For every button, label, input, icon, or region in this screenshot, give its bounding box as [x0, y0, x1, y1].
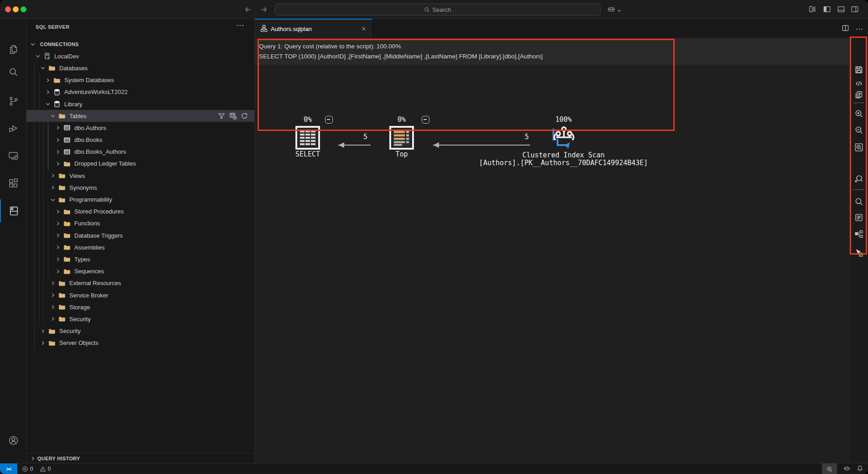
tree-item-label: Synonyms	[69, 184, 97, 191]
toolbar-divider	[853, 189, 864, 190]
close-window-button[interactable]	[5, 6, 11, 12]
sidebar-item-extensions[interactable]	[0, 172, 26, 194]
tree-item-connections[interactable]: CONNECTIONS	[26, 38, 254, 50]
sidebar-item-remote-explorer[interactable]	[0, 144, 26, 167]
tree-item-databases[interactable]: Databases	[26, 62, 254, 74]
tree-item-external-resources[interactable]: External Resources	[26, 277, 254, 289]
tree-item-security[interactable]: Security	[26, 313, 254, 325]
tree-item-programmability[interactable]: Programmability	[26, 193, 254, 205]
folder-icon	[58, 280, 66, 287]
collapse-node-button[interactable]	[422, 116, 429, 124]
customize-layout-icon[interactable]	[808, 5, 816, 13]
plan-toolbar	[849, 38, 868, 463]
accounts-button[interactable]	[0, 429, 26, 452]
tree-item-label: External Resources	[69, 280, 121, 286]
tree-item-stored-procedures[interactable]: Stored Procedures	[26, 206, 254, 218]
table-icon	[63, 148, 71, 156]
toggle-tooltip-icon[interactable]	[854, 248, 863, 257]
tab-bar: Authors.sqlplan ⋯	[255, 19, 868, 38]
plan-edge[interactable]	[338, 145, 371, 146]
tree-item-storage[interactable]: Storage	[26, 301, 254, 313]
notifications-bell-icon[interactable]	[857, 465, 863, 473]
tree-item-views[interactable]: Views	[26, 170, 254, 182]
tree-item-tables[interactable]: Tables	[26, 110, 254, 122]
highlight-expensive-operation-icon[interactable]	[854, 229, 863, 239]
tree-item-dbo-books[interactable]: dbo.Books	[26, 134, 254, 146]
copilot-icon[interactable]	[607, 5, 615, 13]
tree-item-synonyms[interactable]: Synonyms	[26, 182, 254, 193]
tree-item-security[interactable]: Security	[26, 325, 254, 337]
query-history-section[interactable]: QUERY HISTORY	[26, 453, 254, 463]
titlebar: Search	[0, 0, 868, 19]
tree-item-adventureworkslt2022[interactable]: AdventureWorksLT2022	[26, 86, 254, 98]
tree-item-dbo-authors[interactable]: dbo.Authors	[26, 122, 254, 134]
sql-server-icon	[8, 205, 20, 217]
sidebar-item-sql-server[interactable]	[0, 199, 26, 222]
find-node-icon[interactable]	[854, 197, 863, 206]
status-zoom-icon[interactable]	[822, 464, 837, 474]
tab-authors-sqlplan[interactable]: Authors.sqlplan	[255, 19, 372, 38]
chevron-right-icon	[49, 292, 57, 299]
tree-item-system-databases[interactable]: System Databases	[26, 74, 254, 86]
tree-item-dbo-books-authors[interactable]: dbo.Books_Authors	[26, 146, 254, 158]
tree-item-functions[interactable]: Functions	[26, 218, 254, 229]
minimize-window-button[interactable]	[13, 6, 19, 12]
collapse-node-button[interactable]	[325, 116, 333, 124]
editor-more-actions-icon[interactable]: ⋯	[856, 26, 863, 32]
tree-item-localdev[interactable]: LocalDev	[26, 50, 254, 62]
sidebar-item-explorer[interactable]	[0, 38, 26, 61]
toggle-secondary-sidebar-icon[interactable]	[851, 5, 859, 13]
node-sublabel: [Authors].[PK__Authors__70DAFC149924B43E…	[479, 159, 648, 167]
tree-item-assemblies[interactable]: Assemblies	[26, 241, 254, 253]
refresh-icon[interactable]	[241, 112, 248, 120]
tree-item-sequences[interactable]: Sequences	[26, 266, 254, 277]
chevron-right-icon	[54, 208, 62, 215]
tree-item-types[interactable]: Types	[26, 253, 254, 265]
tree-item-label: Library	[64, 101, 83, 108]
chevron-right-icon	[54, 268, 62, 275]
tree-item-label: Service Broker	[69, 292, 108, 299]
plan-edge[interactable]	[433, 145, 530, 146]
zoom-out-icon[interactable]	[854, 125, 863, 135]
show-xml-icon[interactable]	[854, 79, 863, 88]
filter-icon[interactable]	[218, 112, 225, 120]
tree-item-database-triggers[interactable]: Database Triggers	[26, 229, 254, 241]
tree-item-label: Functions	[74, 220, 100, 227]
clustered-index-scan-icon[interactable]	[552, 125, 575, 150]
database-icon	[53, 100, 61, 108]
chevron-right-icon	[54, 136, 62, 144]
sidebar-item-source-control[interactable]	[0, 89, 26, 112]
search-input[interactable]: Search	[275, 4, 600, 16]
tree-item-service-broker[interactable]: Service Broker	[26, 289, 254, 301]
custom-zoom-icon[interactable]	[854, 174, 863, 183]
save-plan-icon[interactable]	[854, 65, 863, 74]
properties-icon[interactable]	[854, 213, 863, 222]
zoom-in-icon[interactable]	[854, 109, 863, 118]
back-icon[interactable]	[243, 5, 253, 14]
tree-item-dropped-ledger-tables[interactable]: Dropped Ledger Tables	[26, 158, 254, 170]
more-actions-icon[interactable]: ⋯	[236, 21, 244, 30]
top-operator-icon[interactable]	[389, 126, 414, 150]
tree-item-server-objects[interactable]: Server Objects	[26, 337, 254, 349]
new-table-icon[interactable]	[229, 112, 237, 120]
toggle-panel-icon[interactable]	[837, 5, 845, 13]
forward-icon[interactable]	[259, 5, 269, 14]
toggle-primary-sidebar-icon[interactable]	[823, 5, 831, 13]
remote-indicator[interactable]: ><	[0, 464, 17, 474]
sidebar-item-search[interactable]	[0, 61, 26, 83]
open-plan-file-icon[interactable]	[854, 90, 863, 99]
chevron-down-icon[interactable]	[617, 7, 625, 15]
sidebar-item-run-debug[interactable]	[0, 116, 26, 139]
status-copilot-icon[interactable]	[843, 465, 850, 473]
tree-item-label: dbo.Books_Authors	[74, 148, 126, 155]
tree-item-library[interactable]: Library	[26, 98, 254, 110]
query-plan-canvas[interactable]: 0% SELECT 5 0% Top 5 100% Clu	[255, 65, 849, 463]
result-grid-icon[interactable]	[295, 126, 320, 150]
problems-status[interactable]: 0 0	[22, 464, 51, 474]
zoom-to-fit-icon[interactable]	[854, 143, 863, 152]
split-editor-icon[interactable]	[842, 24, 849, 34]
close-icon[interactable]	[360, 25, 367, 32]
search-placeholder: Search	[432, 6, 451, 13]
maximize-window-button[interactable]	[21, 6, 26, 12]
folder-icon	[48, 64, 56, 72]
